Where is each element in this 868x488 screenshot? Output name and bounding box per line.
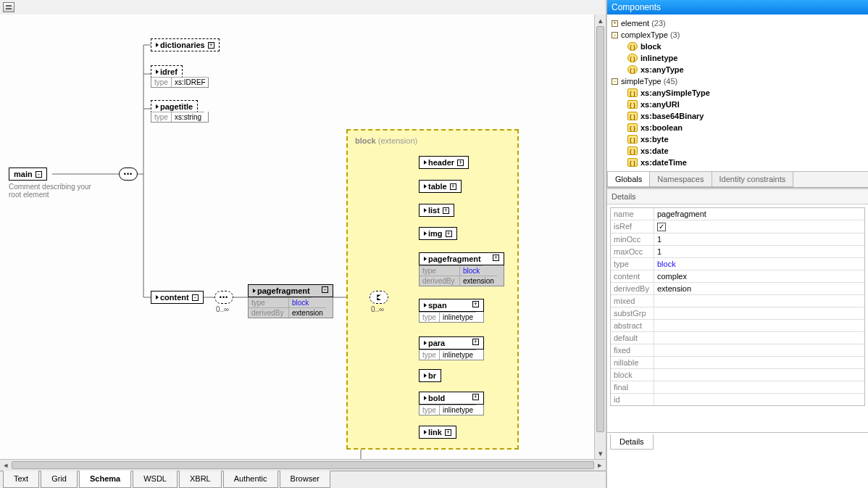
details-value[interactable]: ✓ xyxy=(654,220,864,233)
details-row-default[interactable]: default xyxy=(611,332,864,344)
details-value[interactable] xyxy=(654,295,864,307)
scroll-thumb[interactable] xyxy=(596,26,604,432)
components-tab-namespaces[interactable]: Namespaces xyxy=(649,172,711,187)
details-value[interactable]: extension xyxy=(654,283,864,294)
view-tab-text[interactable]: Text xyxy=(3,471,39,488)
tree-toggle-icon[interactable]: - xyxy=(612,32,618,38)
expand-icon[interactable]: + xyxy=(493,255,499,261)
collapse-icon[interactable]: - xyxy=(192,294,199,301)
details-value[interactable] xyxy=(654,394,864,405)
tree-row-x--date[interactable]: { }xs:date xyxy=(612,145,865,157)
view-tab-wsdl[interactable]: WSDL xyxy=(133,471,178,488)
expand-icon[interactable]: + xyxy=(443,207,449,214)
node-para[interactable]: para+ xyxy=(419,336,484,350)
expand-icon[interactable]: + xyxy=(472,301,479,307)
node-link[interactable]: link+ xyxy=(419,426,456,439)
view-tab-grid[interactable]: Grid xyxy=(41,471,78,488)
tree-row-x--anyType[interactable]: ( )xs:anyType xyxy=(612,64,865,75)
expand-icon[interactable]: + xyxy=(472,394,479,400)
tree-row-inlinetype[interactable]: ( )inlinetype xyxy=(612,52,865,64)
node-table[interactable]: table+ xyxy=(419,180,462,193)
expand-icon[interactable]: + xyxy=(450,183,456,190)
details-row-fixed[interactable]: fixed xyxy=(611,344,864,357)
view-tab-xbrl[interactable]: XBRL xyxy=(179,471,222,488)
scroll-thumb-h[interactable] xyxy=(12,461,594,469)
details-value[interactable] xyxy=(654,381,864,393)
view-tab-schema[interactable]: Schema xyxy=(79,471,131,488)
node-pagefragment-child[interactable]: pagefragment+ xyxy=(419,252,504,265)
details-value[interactable]: pagefragment xyxy=(654,208,864,220)
details-value[interactable]: 1 xyxy=(654,233,864,245)
details-value[interactable] xyxy=(654,357,864,368)
tree-row-complexType[interactable]: -complexType (3) xyxy=(612,29,865,41)
details-value[interactable] xyxy=(654,307,864,319)
node-br[interactable]: br xyxy=(419,369,441,382)
schema-canvas[interactable]: main- Comment describing your root eleme… xyxy=(0,15,606,471)
node-pagefragment-selected[interactable]: pagefragment- xyxy=(248,284,333,297)
details-value[interactable] xyxy=(654,332,864,344)
expand-icon[interactable]: + xyxy=(208,42,214,49)
choice-compositor[interactable] xyxy=(370,291,388,304)
scroll-up-icon[interactable]: ▴ xyxy=(595,15,606,26)
components-tab-globals[interactable]: Globals xyxy=(607,172,650,187)
details-row-maxOcc[interactable]: maxOcc1 xyxy=(611,246,864,258)
details-row-nillable[interactable]: nillable xyxy=(611,357,864,369)
details-value[interactable]: 1 xyxy=(654,246,864,257)
details-footer-tab[interactable]: Details xyxy=(610,434,654,450)
details-row-minOcc[interactable]: minOcc1 xyxy=(611,233,864,246)
details-value[interactable] xyxy=(654,369,864,381)
components-tree[interactable]: +element (23)-complexType (3)( )block( )… xyxy=(607,15,868,171)
sequence-compositor-opt[interactable] xyxy=(214,291,233,304)
tree-row-x--ba-e64Binary[interactable]: { }xs:base64Binary xyxy=(612,110,865,122)
scroll-down-icon[interactable]: ▾ xyxy=(595,447,606,459)
expand-icon[interactable]: + xyxy=(457,160,464,166)
tree-row-element[interactable]: +element (23) xyxy=(612,17,865,29)
expand-icon[interactable]: + xyxy=(472,339,479,345)
node-dictionaries[interactable]: dictionaries+ xyxy=(151,38,220,51)
node-content[interactable]: content- xyxy=(151,291,204,304)
node-img[interactable]: img+ xyxy=(419,227,457,240)
tree-row-x--boolean[interactable]: { }xs:boolean xyxy=(612,122,865,133)
components-tab-identity constraints[interactable]: Identity constraints xyxy=(711,172,794,187)
view-tab-authentic[interactable]: Authentic xyxy=(223,471,278,488)
horizontal-scrollbar[interactable]: ◂ ▸ xyxy=(0,459,606,471)
details-row-block[interactable]: block xyxy=(611,369,864,381)
node-main[interactable]: main- xyxy=(9,168,47,181)
node-span[interactable]: span+ xyxy=(419,299,484,312)
tree-toggle-icon[interactable]: + xyxy=(612,20,618,27)
details-row-isRef[interactable]: isRef✓ xyxy=(611,220,864,233)
sequence-compositor[interactable] xyxy=(119,168,138,181)
details-row-derivedBy[interactable]: derivedByextension xyxy=(611,283,864,295)
collapse-icon[interactable]: - xyxy=(322,286,328,293)
view-tab-browser[interactable]: Browser xyxy=(280,471,330,488)
details-row-final[interactable]: final xyxy=(611,381,864,394)
details-row-type[interactable]: typeblock xyxy=(611,258,864,270)
collapse-icon[interactable]: - xyxy=(36,171,42,178)
vertical-scrollbar[interactable]: ▴ ▾ xyxy=(594,15,606,459)
details-row-content[interactable]: contentcomplex xyxy=(611,270,864,283)
tree-row-x--anyURI[interactable]: { }xs:anyURI xyxy=(612,99,865,110)
details-row-name[interactable]: namepagefragment xyxy=(611,208,864,220)
details-row-substGrp[interactable]: substGrp xyxy=(611,307,864,320)
details-row-abstract[interactable]: abstract xyxy=(611,320,864,332)
details-row-mixed[interactable]: mixed xyxy=(611,295,864,307)
tree-row-block[interactable]: ( )block xyxy=(612,41,865,52)
details-value[interactable] xyxy=(654,320,864,331)
details-row-id[interactable]: id xyxy=(611,394,864,405)
expand-icon[interactable]: + xyxy=(446,231,452,237)
details-grid[interactable]: namepagefragmentisRef✓minOcc1maxOcc1type… xyxy=(610,207,865,406)
node-bold[interactable]: bold+ xyxy=(419,392,484,405)
node-header[interactable]: header+ xyxy=(419,156,469,169)
tree-toggle-icon[interactable]: - xyxy=(612,78,618,85)
node-list[interactable]: list+ xyxy=(419,204,454,217)
tree-row-x--byte[interactable]: { }xs:byte xyxy=(612,133,865,145)
grid-toggle-button[interactable] xyxy=(3,2,14,12)
scroll-right-icon[interactable]: ▸ xyxy=(594,460,606,471)
scroll-track[interactable] xyxy=(12,460,594,471)
details-value[interactable] xyxy=(654,344,864,356)
scroll-left-icon[interactable]: ◂ xyxy=(0,460,12,471)
details-value[interactable]: complex xyxy=(654,270,864,282)
tree-row-x--anySimpleType[interactable]: { }xs:anySimpleType xyxy=(612,87,865,99)
expand-icon[interactable]: + xyxy=(445,429,451,436)
tree-row-x--dateTime[interactable]: { }xs:dateTime xyxy=(612,157,865,168)
